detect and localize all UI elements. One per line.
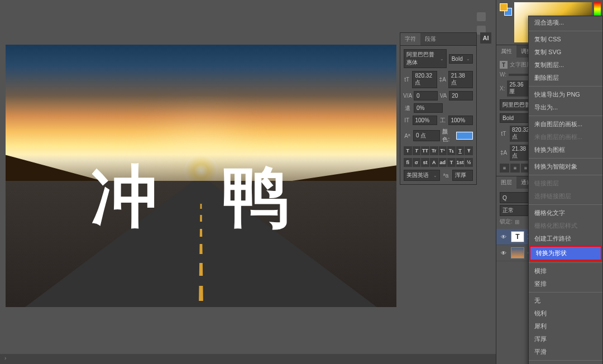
kerning-field[interactable]: 0 [414, 91, 438, 100]
aa-icon: ªa [442, 171, 450, 179]
tool-icon[interactable] [477, 12, 486, 21]
ai-icon[interactable]: AI [480, 32, 491, 44]
menu-item[interactable]: 复制 SVG [529, 46, 602, 59]
tracking-field[interactable]: 20 [449, 91, 473, 100]
tab-character[interactable]: 字符 [400, 33, 420, 45]
menu-item[interactable]: 复制图层... [529, 59, 602, 71]
status-bar: › [0, 354, 496, 364]
style-button-row: T T TT Tr T¹ T₁ T Ŧ [404, 146, 473, 155]
align-left-icon[interactable]: ≡ [500, 164, 509, 173]
visibility-toggle[interactable]: 👁 [500, 249, 508, 257]
menu-item[interactable]: 转换为图框 [529, 143, 602, 156]
feature-button-row: fi σ st A ad T 1st ½ [404, 158, 473, 167]
style-btn[interactable]: T [413, 146, 421, 155]
feat-btn[interactable]: st [421, 158, 429, 167]
antialias-dropdown[interactable]: 浑厚 [452, 170, 473, 181]
font-family-dropdown[interactable]: 阿里巴巴普惠体⌄ [404, 49, 447, 68]
vscale-field[interactable]: 100% [413, 116, 438, 125]
leading-icon: ‡A [439, 76, 446, 84]
layer-thumbnail: T [511, 231, 524, 242]
feat-btn[interactable]: 1st [456, 158, 465, 167]
lock-icon[interactable]: ⊞ [515, 219, 519, 225]
menu-item: 栅格化图层样式 [529, 219, 602, 232]
layer-thumbnail [511, 247, 524, 258]
menu-item[interactable]: 创建工作路径 [529, 232, 602, 245]
feat-btn[interactable]: σ [413, 158, 421, 167]
menu-item[interactable]: 混合选项... [529, 16, 602, 29]
feat-btn[interactable]: T [447, 158, 456, 167]
hscale-icon: 工 [439, 117, 446, 124]
menu-item[interactable]: 平滑 [529, 346, 602, 358]
menu-item[interactable]: 锐利 [529, 307, 602, 320]
menu-item[interactable]: 删除图层 [529, 71, 602, 84]
menu-item[interactable]: 横排 [529, 265, 602, 277]
menu-item: 选择链接图层 [529, 190, 602, 203]
tab-layers[interactable]: 图层 [496, 176, 516, 189]
menu-item[interactable]: 导出为... [529, 101, 602, 114]
baseline-icon: Aª [404, 132, 411, 140]
x-field[interactable]: 25.36 厘 [507, 80, 529, 97]
canvas-text[interactable]: 冲 鸭 [91, 151, 310, 242]
foreground-color[interactable] [500, 3, 508, 11]
style-btn[interactable]: T₁ [447, 146, 456, 155]
leading-icon: ‡A [500, 149, 508, 157]
menu-item[interactable]: 转换为形状 [529, 246, 602, 261]
canvas-area[interactable]: 冲 鸭 [6, 45, 396, 307]
size-icon: tT [500, 130, 508, 138]
align-center-icon[interactable]: ≡ [510, 164, 520, 173]
menu-item[interactable]: 快速导出为 PNG [529, 88, 602, 101]
text-color-swatch[interactable] [456, 132, 473, 140]
scale-field[interactable]: 0% [414, 103, 443, 113]
leading-field[interactable]: 21.38 点 [448, 71, 473, 88]
color-label: 颜色: [442, 128, 454, 143]
tracking-icon: VA [440, 92, 447, 100]
style-btn[interactable]: TT [421, 146, 429, 155]
visibility-toggle[interactable]: 👁 [500, 233, 508, 241]
menu-item[interactable]: 无 [529, 294, 602, 307]
canvas-image: 冲 鸭 [6, 45, 396, 307]
baseline-field[interactable]: 0 点 [413, 130, 441, 141]
menu-item[interactable]: 栅格化文字 [529, 207, 602, 219]
style-btn[interactable]: Tr [430, 146, 438, 155]
feat-btn[interactable]: fi [404, 158, 412, 167]
character-panel: 字符 段落 阿里巴巴普惠体⌄ Bold⌄ tT 820.32 点 ‡A 21.3… [400, 32, 477, 185]
hscale-field[interactable]: 100% [448, 116, 473, 125]
kerning-icon: V/A [404, 92, 411, 100]
menu-item[interactable]: 来自图层的画板... [529, 118, 602, 131]
feat-btn[interactable]: ½ [465, 158, 473, 167]
style-btn[interactable]: Ŧ [465, 146, 473, 155]
tab-properties[interactable]: 属性 [496, 45, 516, 58]
menu-item[interactable]: 犀利 [529, 320, 602, 333]
feat-btn[interactable]: A [430, 158, 438, 167]
language-dropdown[interactable]: 美国英语⌄ [404, 170, 440, 181]
feat-btn[interactable]: ad [439, 158, 447, 167]
menu-item[interactable]: 转换为智能对象 [529, 160, 602, 173]
tab-paragraph[interactable]: 段落 [420, 33, 441, 45]
font-style-dropdown[interactable]: Bold⌄ [449, 54, 473, 64]
menu-item[interactable]: 竖排 [529, 277, 602, 290]
vscale-icon: IT [404, 117, 410, 124]
font-size-field[interactable]: 820.32 点 [412, 71, 437, 88]
menu-item[interactable]: 浑厚 [529, 333, 602, 346]
scale-icon: 遺 [404, 104, 411, 112]
style-btn[interactable]: T¹ [439, 146, 447, 155]
layer-context-menu: 混合选项...复制 CSS复制 SVG复制图层...删除图层快速导出为 PNG导… [528, 16, 603, 364]
menu-item[interactable]: 复制 CSS [529, 33, 602, 46]
style-btn[interactable]: T [404, 146, 412, 155]
style-btn[interactable]: T [456, 146, 465, 155]
font-size-icon: tT [404, 76, 410, 84]
type-icon: T [500, 61, 508, 69]
side-tools [477, 12, 488, 35]
menu-item: 来自图层的画框... [529, 131, 602, 143]
menu-item: 链接图层 [529, 177, 602, 190]
